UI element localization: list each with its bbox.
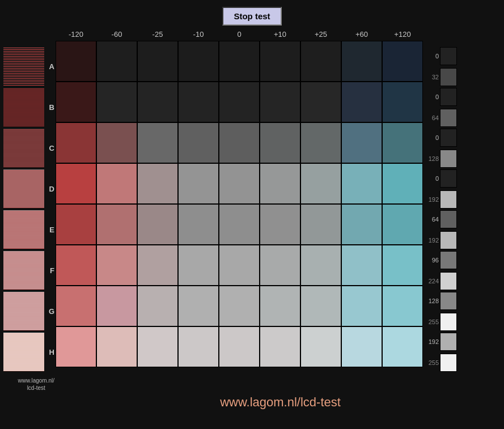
row-letter-G: G	[46, 307, 54, 316]
grid-cell-G-2	[137, 286, 178, 326]
grid-cell-E-6	[300, 204, 341, 245]
grid-cell-F-6	[300, 245, 341, 286]
row-label-D: D	[3, 168, 54, 209]
col-header: -25	[137, 30, 178, 41]
col-header: +120	[382, 30, 423, 41]
grid-cell-A-8	[382, 41, 423, 82]
grid-row-B	[56, 82, 423, 122]
right-pair-B: 064	[424, 87, 457, 128]
grid-cell-C-1	[96, 122, 137, 163]
grid-cell-B-3	[178, 82, 219, 122]
col-header: -60	[96, 30, 137, 41]
grid-cell-E-3	[178, 204, 219, 245]
row-letter-F: F	[46, 266, 54, 275]
right-bot-swatch-H	[440, 354, 457, 372]
right-bot-swatch-A	[440, 68, 457, 86]
grid-cell-A-5	[260, 41, 300, 82]
right-top-swatch-H	[440, 333, 457, 351]
grid-cell-E-8	[382, 204, 423, 245]
grid-cell-C-8	[382, 122, 423, 163]
right-top-num-F: 96	[424, 257, 439, 264]
right-pair-H: 192255	[424, 332, 457, 372]
right-bot-num-G: 255	[424, 318, 439, 325]
grid-cell-D-2	[137, 163, 178, 204]
right-pair-C: 0128	[424, 128, 457, 168]
grid-cell-A-3	[178, 41, 219, 82]
col-header: -120	[56, 30, 96, 41]
stop-test-button[interactable]: Stop test	[222, 7, 281, 26]
grid-cell-E-5	[260, 204, 300, 245]
right-values: 032064012801926419296224128255192255	[424, 30, 457, 392]
grid-cell-H-2	[137, 326, 178, 367]
grid-cell-H-5	[260, 326, 300, 367]
right-bot-num-B: 64	[424, 114, 439, 121]
grid-cell-C-7	[341, 122, 382, 163]
right-bot-num-C: 128	[424, 155, 439, 162]
grid-cell-D-4	[219, 163, 260, 204]
grid-cell-C-0	[56, 122, 96, 163]
grid-cell-G-4	[219, 286, 260, 326]
grid-cell-E-0	[56, 204, 96, 245]
left-url: www.lagom.nl/ lcd-test	[18, 377, 54, 392]
grid-cell-H-7	[341, 326, 382, 367]
right-bot-swatch-F	[440, 272, 457, 290]
stripe-preview-G	[3, 292, 44, 330]
right-bot-swatch-G	[440, 313, 457, 331]
row-label-E: E	[3, 209, 54, 250]
grid-cell-C-2	[137, 122, 178, 163]
grid-cell-G-0	[56, 286, 96, 326]
right-pair-G: 128255	[424, 291, 457, 332]
stripe-preview-D	[3, 169, 44, 208]
grid-cell-D-6	[300, 163, 341, 204]
grid-cell-F-5	[260, 245, 300, 286]
stripe-preview-C	[3, 129, 44, 167]
grid-cell-H-4	[219, 326, 260, 367]
right-bot-swatch-C	[440, 150, 457, 168]
grid-row-G	[56, 286, 423, 326]
grid-cell-H-6	[300, 326, 341, 367]
row-labels: ABCDEFGH www.lagom.nl/ lcd-test	[3, 30, 54, 392]
grid-cell-F-2	[137, 245, 178, 286]
grid-cell-A-4	[219, 41, 260, 82]
right-bot-num-H: 255	[424, 359, 439, 366]
grid-cell-B-4	[219, 82, 260, 122]
grid-cell-D-3	[178, 163, 219, 204]
grid-cell-H-1	[96, 326, 137, 367]
right-top-swatch-B	[440, 88, 457, 106]
row-letter-H: H	[46, 348, 54, 356]
right-bot-num-D: 192	[424, 196, 439, 203]
row-label-B: B	[3, 87, 54, 128]
col-header: +60	[341, 30, 382, 41]
stripe-preview-A	[3, 47, 44, 86]
grid-cell-B-6	[300, 82, 341, 122]
grid-cell-F-7	[341, 245, 382, 286]
grid-cell-A-6	[300, 41, 341, 82]
grid-cell-B-0	[56, 82, 96, 122]
grid-cell-F-3	[178, 245, 219, 286]
grid-cell-D-8	[382, 163, 423, 204]
grid-cell-B-1	[96, 82, 137, 122]
grid-cell-A-0	[56, 41, 96, 82]
stripe-preview-E	[3, 210, 44, 249]
col-header: -10	[178, 30, 219, 41]
grid-cell-C-5	[260, 122, 300, 163]
grid-cell-E-7	[341, 204, 382, 245]
right-top-num-G: 128	[424, 298, 439, 304]
right-top-swatch-E	[440, 210, 457, 228]
grid-cell-F-8	[382, 245, 423, 286]
row-label-H: H	[3, 332, 54, 372]
grid-cell-G-6	[300, 286, 341, 326]
right-top-num-C: 0	[424, 134, 439, 141]
grid-cell-H-8	[382, 326, 423, 367]
right-top-num-A: 0	[424, 53, 439, 60]
grid-cell-D-1	[96, 163, 137, 204]
right-top-num-D: 0	[424, 175, 439, 182]
grid-row-A	[56, 41, 423, 82]
row-label-F: F	[3, 250, 54, 291]
grid-cell-B-8	[382, 82, 423, 122]
stripe-preview-B	[3, 88, 44, 126]
grid-cell-G-3	[178, 286, 219, 326]
grid-cell-C-6	[300, 122, 341, 163]
right-pair-A: 032	[424, 46, 457, 87]
grid-cell-E-2	[137, 204, 178, 245]
